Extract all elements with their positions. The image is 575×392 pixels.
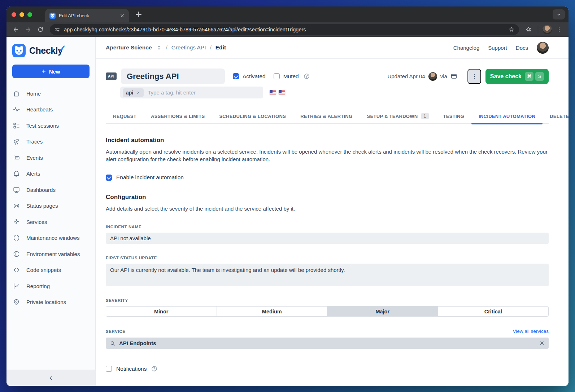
header-link-support[interactable]: Support	[488, 45, 507, 51]
sidebar-item-label: Environment variables	[26, 251, 80, 257]
muted-toggle[interactable]: Muted	[274, 73, 299, 80]
save-check-button[interactable]: Save check ⌘S	[485, 69, 549, 84]
sidebar-item-reporting[interactable]: Reporting	[6, 278, 95, 294]
browser-window: Edit API check app.checklyhq.com/chec	[6, 6, 569, 386]
browser-tab[interactable]: Edit API check	[45, 9, 129, 22]
tab-label: INCIDENT AUTOMATION	[479, 114, 535, 119]
new-tab-button[interactable]	[134, 10, 143, 19]
chart-icon	[13, 282, 20, 290]
sidebar-item-home[interactable]: Home	[6, 85, 95, 102]
notifications-help-icon[interactable]	[151, 365, 158, 372]
checkly-app: Checkly✓ + New HomeHeartbeatsTest sessio…	[6, 37, 569, 386]
service-search-input[interactable]: API Endpoints	[106, 338, 549, 349]
forward-arrow-icon	[25, 26, 31, 33]
checkly-wordmark: Checkly✓	[29, 45, 62, 56]
sidebar-item-label: Traces	[26, 138, 43, 145]
tab-close-icon[interactable]	[119, 13, 125, 19]
first-status-update-textarea[interactable]: Our API is currently not available. The …	[106, 264, 549, 286]
user-avatar[interactable]	[537, 42, 549, 54]
incident-automation-description: Automatically open and resolve incidents…	[106, 148, 549, 163]
sidebar-item-heartbeats[interactable]: Heartbeats	[6, 102, 95, 118]
sidebar-item-label: Status pages	[26, 203, 58, 209]
url-text[interactable]: app.checklyhq.com/checks/23b4791b-bd70-4…	[64, 27, 505, 32]
tab-delete[interactable]: DELETE	[543, 109, 569, 123]
sidebar-item-code-snippets[interactable]: Code snippets	[6, 262, 95, 278]
extensions-button[interactable]	[523, 25, 533, 35]
sidebar-item-label: Code snippets	[26, 267, 61, 273]
broadcast-icon	[13, 202, 20, 210]
severity-option-major[interactable]: Major	[327, 307, 438, 316]
site-info-icon[interactable]	[54, 27, 60, 33]
header-link-changelog[interactable]: Changelog	[453, 45, 480, 51]
new-check-button[interactable]: + New	[12, 65, 90, 78]
toolbar-divider	[538, 26, 538, 33]
account-switcher-icon[interactable]	[156, 45, 162, 51]
severity-label: SEVERITY	[106, 298, 549, 303]
zoom-window-button[interactable]	[27, 12, 32, 17]
minimize-window-button[interactable]	[19, 12, 24, 17]
sidebar-item-label: Home	[26, 91, 41, 97]
tab-incident-automation[interactable]: INCIDENT AUTOMATION	[471, 109, 543, 123]
sidebar-item-maintenance-windows[interactable]: Maintenance windows	[6, 230, 95, 246]
checkly-raccoon-icon	[12, 44, 26, 57]
back-button[interactable]	[11, 25, 21, 35]
sidebar-item-dashboards[interactable]: Dashboards	[6, 182, 95, 198]
maintenance-icon	[13, 234, 20, 242]
header-link-docs[interactable]: Docs	[516, 45, 528, 51]
bookmark-star-icon[interactable]	[508, 26, 515, 33]
reload-button[interactable]	[35, 25, 45, 35]
sidebar-item-status-pages[interactable]: Status pages	[6, 198, 95, 214]
incident-name-input[interactable]: API not available	[106, 233, 549, 244]
breadcrumb-check-link[interactable]: Greetings API	[171, 44, 206, 51]
sidebar-item-private-locations[interactable]: Private locations	[6, 294, 95, 310]
shortcut-key: ⌘	[525, 72, 533, 81]
severity-option-medium[interactable]: Medium	[217, 307, 327, 316]
tab-retries-alerting[interactable]: RETRIES & ALERTING	[293, 109, 360, 123]
help-icon[interactable]	[303, 73, 310, 80]
service-label: SERVICE	[106, 329, 125, 334]
browser-menu-button[interactable]	[554, 25, 564, 35]
forward-button[interactable]	[23, 25, 33, 35]
more-options-button[interactable]	[467, 69, 481, 84]
tab-testing[interactable]: TESTING	[436, 109, 471, 123]
sidebar-item-events[interactable]: Events	[6, 150, 95, 166]
address-bar[interactable]: app.checklyhq.com/checks/23b4791b-bd70-4…	[50, 24, 519, 35]
view-all-services-link[interactable]: View all services	[513, 329, 549, 334]
close-window-button[interactable]	[12, 12, 16, 17]
sidebar-item-alerts[interactable]: Alerts	[6, 166, 95, 182]
muted-checkbox[interactable]	[274, 73, 280, 79]
checkly-logo[interactable]: Checkly✓	[6, 37, 95, 62]
notifications-toggle[interactable]: Notifications	[106, 365, 549, 372]
tab-setup-teardown[interactable]: SETUP & TEARDOWN1	[360, 109, 436, 123]
tab-scheduling-locations[interactable]: SCHEDULING & LOCATIONS	[212, 109, 293, 123]
breadcrumb: Aperture Science / Greetings API / Edit	[106, 44, 226, 51]
header-links: ChangelogSupportDocs	[453, 42, 549, 54]
enable-incident-automation[interactable]: Enable incident automation	[106, 174, 549, 181]
activated-toggle[interactable]: Activated	[233, 73, 266, 80]
tab-search-button[interactable]	[553, 9, 565, 19]
tab-assertions-limits[interactable]: ASSERTIONS & LIMITS	[144, 109, 212, 123]
sidebar-item-environment-variables[interactable]: Environment variables	[6, 246, 95, 262]
browser-profile-avatar[interactable]	[543, 25, 552, 34]
tab-request[interactable]: REQUEST	[106, 109, 144, 123]
severity-option-minor[interactable]: Minor	[106, 307, 217, 316]
main-panel: Aperture Science / Greetings API / Edit …	[96, 37, 569, 386]
heartbeat-icon	[13, 106, 20, 113]
severity-option-critical[interactable]: Critical	[438, 307, 549, 316]
clear-service-icon[interactable]	[539, 340, 545, 346]
page-header: Aperture Science / Greetings API / Edit …	[96, 37, 569, 59]
enable-incident-checkbox[interactable]	[106, 175, 112, 181]
remove-tag-icon[interactable]	[136, 91, 140, 95]
sidebar-item-test-sessions[interactable]: Test sessions	[6, 118, 95, 134]
us-flag-icon	[270, 90, 276, 95]
activated-checkbox[interactable]	[233, 73, 239, 79]
account-name[interactable]: Aperture Science	[106, 44, 152, 51]
notifications-checkbox[interactable]	[106, 366, 112, 372]
sidebar-collapse-button[interactable]	[6, 370, 95, 386]
sidebar-item-traces[interactable]: Traces	[6, 134, 95, 150]
sidebar-item-services[interactable]: Services	[6, 214, 95, 230]
check-name-input[interactable]: Greetings API	[121, 69, 225, 84]
sidebar-item-label: Reporting	[26, 283, 50, 289]
tag-input[interactable]: api Type a tag, hit enter	[120, 87, 263, 98]
reload-icon	[37, 26, 44, 33]
